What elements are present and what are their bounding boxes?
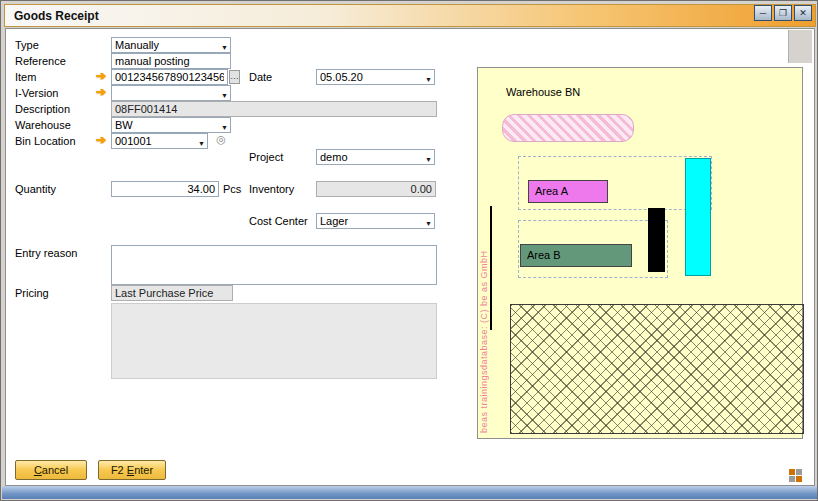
window-title: Goods Receipt	[14, 9, 99, 23]
area-a-label: Area A	[535, 185, 568, 197]
cost-center-value: Lager	[320, 215, 348, 227]
minimize-icon: ─	[760, 8, 766, 18]
quantity-label: Quantity	[15, 183, 56, 195]
date-value: 05.05.20	[320, 71, 363, 83]
ellipsis-icon: …	[230, 71, 239, 81]
description-field: 08FF001414	[111, 101, 437, 117]
reference-label: Reference	[15, 55, 66, 67]
close-button[interactable]: ✕	[794, 5, 812, 21]
warehouse-map-panel: Warehouse BN Area A Area B beas training…	[477, 67, 803, 439]
quantity-unit-label: Pcs	[223, 183, 241, 195]
staging-zone-shape	[502, 114, 634, 142]
date-dropdown[interactable]: 05.05.20 ▼	[316, 69, 435, 85]
type-value: Manually	[115, 39, 159, 51]
chevron-down-icon: ▼	[198, 137, 205, 149]
project-value: demo	[320, 151, 348, 163]
warehouse-dropdown[interactable]: BW ▼	[111, 117, 231, 133]
item-input[interactable]	[111, 69, 228, 85]
entry-reason-label: Entry reason	[15, 247, 77, 259]
bin-location-dropdown[interactable]: 001001 ▼	[111, 133, 208, 149]
maximize-icon: ❐	[779, 8, 787, 18]
window-controls: ─ ❐ ✕	[754, 5, 812, 21]
chevron-down-icon: ▼	[221, 41, 228, 53]
rack-black-shape	[648, 208, 665, 272]
inventory-field: 0.00	[316, 181, 436, 197]
cost-center-label: Cost Center	[249, 215, 308, 227]
enter-label-pre: F2	[111, 464, 127, 476]
inventory-label: Inventory	[249, 183, 294, 195]
i-version-dropdown[interactable]: ▼	[111, 85, 231, 101]
cancel-label-rest: ancel	[42, 464, 68, 476]
description-value: 08FF001414	[115, 103, 177, 115]
maximize-button[interactable]: ❐	[774, 5, 792, 21]
bin-lookup-icon[interactable]: ◎	[214, 133, 228, 147]
f2-enter-button[interactable]: F2 Enter	[98, 460, 166, 480]
minimize-button[interactable]: ─	[754, 5, 772, 21]
pricing-value: Last Purchase Price	[115, 287, 213, 299]
i-version-label: I-Version	[15, 87, 58, 99]
status-bar	[2, 486, 818, 499]
chevron-down-icon: ▼	[425, 153, 432, 165]
bin-location-value: 001001	[115, 135, 152, 147]
widget-square	[796, 476, 802, 482]
pricing-label: Pricing	[15, 287, 49, 299]
widget-square	[796, 469, 802, 475]
watermark-text: beas trainingsdatabase: (C) be as GmbH	[479, 188, 491, 433]
area-a-box: Area A	[528, 180, 608, 203]
link-arrow-icon[interactable]: ➔	[96, 86, 109, 100]
cancel-button[interactable]: Cancel	[15, 460, 87, 480]
warehouse-value: BW	[115, 119, 133, 131]
warehouse-map-title: Warehouse BN	[506, 86, 580, 98]
pricing-field: Last Purchase Price	[111, 285, 233, 301]
close-icon: ✕	[799, 8, 807, 18]
cost-center-dropdown[interactable]: Lager ▼	[316, 213, 435, 229]
chevron-down-icon: ▼	[425, 217, 432, 229]
cancel-label-accel: C	[34, 464, 42, 476]
right-gutter	[788, 30, 812, 63]
rack-cyan-shape	[685, 158, 711, 276]
entry-reason-textarea[interactable]	[111, 245, 437, 285]
item-ellipsis-button[interactable]: …	[229, 70, 240, 84]
type-label: Type	[15, 39, 39, 51]
chevron-down-icon: ▼	[221, 89, 228, 101]
bin-location-label: Bin Location	[15, 135, 76, 147]
area-b-box: Area B	[520, 244, 632, 267]
item-label: Item	[15, 71, 36, 83]
widget-square	[789, 469, 795, 475]
storage-grid-area	[510, 304, 804, 434]
project-label: Project	[249, 151, 283, 163]
widget-square	[789, 476, 795, 482]
warehouse-label: Warehouse	[15, 119, 71, 131]
layout-widget-icon[interactable]	[789, 469, 802, 482]
area-b-label: Area B	[527, 249, 561, 261]
project-dropdown[interactable]: demo ▼	[316, 149, 435, 165]
chevron-down-icon: ▼	[221, 121, 228, 133]
link-arrow-icon[interactable]: ➔	[96, 70, 109, 84]
reference-input[interactable]	[111, 53, 231, 69]
enter-label-rest: nter	[134, 464, 153, 476]
chevron-down-icon: ▼	[425, 73, 432, 85]
date-label: Date	[249, 71, 272, 83]
goods-receipt-window: Goods Receipt ─ ❐ ✕ Type Manually ▼ Refe…	[0, 0, 818, 501]
quantity-input[interactable]	[111, 181, 219, 197]
inventory-value: 0.00	[411, 183, 432, 195]
pricing-detail-panel	[111, 303, 437, 379]
window-titlebar: Goods Receipt	[4, 4, 816, 27]
link-arrow-icon[interactable]: ➔	[96, 134, 109, 148]
type-dropdown[interactable]: Manually ▼	[111, 37, 231, 53]
description-label: Description	[15, 103, 70, 115]
